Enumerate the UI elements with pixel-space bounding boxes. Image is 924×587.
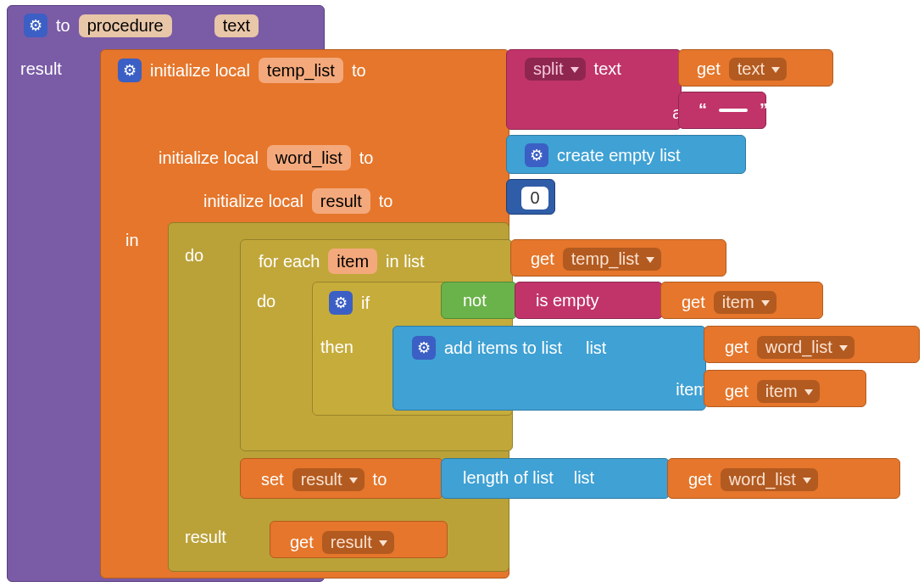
get-label: get	[688, 470, 712, 489]
var-result[interactable]: result	[312, 188, 370, 214]
set-label: set	[261, 470, 284, 489]
open-quote: “	[695, 100, 710, 120]
get-label: get	[290, 533, 314, 552]
split-text-label: text	[594, 59, 621, 79]
space-text[interactable]	[719, 109, 748, 112]
split-dropdown[interactable]: split	[525, 58, 586, 81]
to-label: to	[352, 61, 366, 81]
in-label: in	[125, 231, 139, 250]
gear-icon[interactable]: ⚙	[412, 336, 436, 360]
to-label: to	[56, 16, 70, 36]
if-label: if	[361, 294, 370, 313]
is-empty-label: is empty	[536, 291, 598, 310]
var-word-list[interactable]: word_list	[267, 145, 351, 171]
get-wordlist-dropdown[interactable]: word_list	[757, 336, 854, 359]
get-label: get	[531, 249, 554, 269]
add-items-label: add items to list	[444, 338, 562, 358]
init-local-label: initialize local	[159, 148, 259, 168]
set-result-dropdown[interactable]: result	[292, 468, 365, 491]
var-temp-list[interactable]: temp_list	[259, 58, 343, 83]
not-label: not	[463, 291, 487, 310]
gear-icon[interactable]: ⚙	[329, 291, 353, 315]
inner-do-label: do	[257, 292, 276, 311]
create-empty-label: create empty list	[557, 146, 681, 165]
get-item-dropdown[interactable]: item	[714, 291, 776, 314]
gear-icon[interactable]: ⚙	[118, 59, 142, 82]
close-quote: ”	[756, 100, 771, 120]
zero-value[interactable]: 0	[521, 187, 548, 210]
get-label: get	[725, 338, 749, 357]
gear-icon[interactable]: ⚙	[24, 14, 47, 37]
get-item2-dropdown[interactable]: item	[757, 380, 820, 403]
get-result-dropdown[interactable]: result	[322, 531, 394, 554]
procedure-name[interactable]: procedure	[79, 14, 172, 37]
result-label: result	[20, 59, 62, 79]
get-wordlist2-dropdown[interactable]: word_list	[721, 468, 818, 491]
do-label: do	[185, 246, 203, 266]
to-label: to	[373, 470, 387, 489]
foreach-item[interactable]: item	[328, 249, 377, 274]
to-label: to	[379, 192, 393, 211]
get-label: get	[682, 293, 705, 312]
foreach-label2: in list	[386, 252, 425, 271]
get-text-dropdown[interactable]: text	[729, 58, 787, 81]
get-label: get	[697, 59, 721, 79]
list-label: list	[574, 468, 594, 488]
list-label: list	[586, 338, 606, 358]
get-label: get	[725, 382, 749, 401]
init-local-label: initialize local	[203, 192, 303, 211]
gear-icon[interactable]: ⚙	[525, 143, 548, 167]
to-label: to	[359, 148, 374, 168]
get-temp-list-dropdown[interactable]: temp_list	[563, 248, 661, 271]
length-label: length of list	[463, 468, 554, 488]
foreach-label1: for each	[259, 252, 320, 271]
init-local-label: initialize local	[150, 61, 250, 81]
procedure-param[interactable]: text	[214, 14, 259, 37]
then-label: then	[320, 338, 353, 357]
result-label: result	[185, 528, 226, 547]
